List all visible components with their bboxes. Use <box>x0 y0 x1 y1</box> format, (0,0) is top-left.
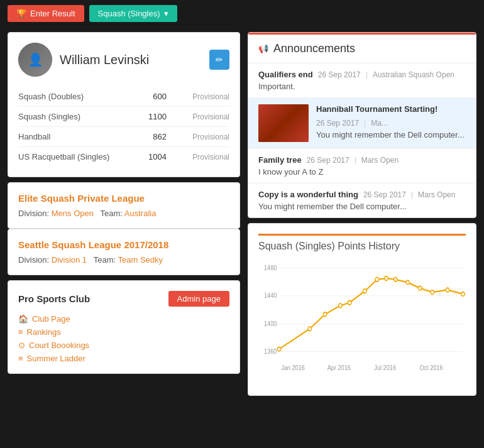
svg-text:1400: 1400 <box>264 320 277 327</box>
league-card: Elite Squash Private League Division: Me… <box>8 182 240 229</box>
ann-body: You might remember the Dell computer... <box>316 130 466 139</box>
svg-text:1360: 1360 <box>264 347 277 355</box>
trophy-icon: 🏆 <box>16 9 26 18</box>
club-links: 🏠Club Page≡Rankings⊙Court Boookings≡Summ… <box>18 314 229 363</box>
svg-text:Oct 2016: Oct 2016 <box>419 364 443 371</box>
ann-date: 26 Sep 2017 <box>307 156 349 165</box>
svg-text:1440: 1440 <box>264 292 277 299</box>
ann-source: Mars Open <box>418 190 455 199</box>
ann-date: 26 Sep 2017 <box>316 119 359 128</box>
announcement-item[interactable]: Family tree 26 Sep 2017 | Mars Open I kn… <box>248 149 476 183</box>
sport-score: 1100 <box>129 112 167 121</box>
team-value: Australia <box>124 209 157 218</box>
chart-title: Squash (Singles) Points History <box>258 241 466 252</box>
league-name[interactable]: Seattle Squash League 2017/2018 <box>18 239 229 250</box>
svg-text:Apr 2016: Apr 2016 <box>327 364 351 371</box>
squash-singles-button[interactable]: Squash (Singles) ▾ <box>89 5 177 22</box>
ann-top: Family tree 26 Sep 2017 | Mars Open <box>258 155 466 165</box>
sport-score: 862 <box>129 132 167 141</box>
division-value: Division 1 <box>52 255 87 265</box>
sport-name: Squash (Doubles) <box>18 92 129 101</box>
svg-point-14 <box>323 312 327 317</box>
profile-header: 👤 William Levinski ✏ <box>18 43 229 77</box>
svg-point-18 <box>375 277 379 281</box>
link-icon: ≡ <box>18 354 23 363</box>
svg-point-15 <box>339 303 343 308</box>
right-panel: 📢 Announcements Qualifiers end 26 Sep 20… <box>248 32 476 396</box>
ann-date: 26 Sep 2017 <box>318 70 361 79</box>
sports-list: Squash (Doubles) 600 Provisional Squash … <box>18 87 229 167</box>
left-panel: 👤 William Levinski ✏ Squash (Doubles) 60… <box>8 32 240 396</box>
announcement-item[interactable]: Qualifiers end 26 Sep 2017 | Australian … <box>248 63 476 98</box>
club-header: Pro Sports Club Admin page <box>18 291 229 307</box>
chart-area: 1480 1440 1400 1360 Jan 2016 Apr 2016 Ju… <box>258 260 466 385</box>
ann-source: Australian Squash Open <box>373 70 454 79</box>
link-icon: ⊙ <box>18 341 25 350</box>
announcements-title: Announcements <box>273 42 355 55</box>
svg-text:Jan 2016: Jan 2016 <box>281 364 305 371</box>
club-link-item[interactable]: ≡Summer Ladder <box>18 354 229 363</box>
link-icon: 🏠 <box>18 314 28 324</box>
league-name[interactable]: Elite Squash Private League <box>18 193 229 204</box>
sport-score: 600 <box>129 92 167 101</box>
ann-body: Important. <box>258 82 466 91</box>
svg-point-17 <box>363 289 367 293</box>
club-link-item[interactable]: ≡Rankings <box>18 327 229 337</box>
main-layout: 👤 William Levinski ✏ Squash (Doubles) 60… <box>0 27 484 401</box>
svg-point-16 <box>348 300 351 305</box>
svg-point-21 <box>406 280 410 285</box>
topbar: 🏆 Enter Result Squash (Singles) ▾ <box>0 0 484 27</box>
announcements-list: Qualifiers end 26 Sep 2017 | Australian … <box>248 63 476 217</box>
svg-point-24 <box>446 288 449 292</box>
ann-with-image: Hanniball Tournament Starting! 26 Sep 20… <box>258 104 466 142</box>
ann-source: Ma... <box>371 119 388 128</box>
sport-score: 1004 <box>129 152 167 161</box>
ann-top: Copy is a wonderful thing 26 Sep 2017 | … <box>258 190 466 199</box>
chart-card: Squash (Singles) Points History 1480 144… <box>248 223 476 396</box>
sport-name: Squash (Singles) <box>18 112 129 121</box>
club-link-item[interactable]: 🏠Club Page <box>18 314 229 324</box>
sport-row: Handball 862 Provisional <box>18 127 229 147</box>
svg-text:Jul 2016: Jul 2016 <box>374 364 396 371</box>
link-label: Court Boookings <box>29 341 89 350</box>
announcements-card: 📢 Announcements Qualifiers end 26 Sep 20… <box>248 32 476 218</box>
svg-point-19 <box>385 276 388 281</box>
sport-name: US Racquetball (Singles) <box>18 152 129 161</box>
sport-status: Provisional <box>167 92 229 101</box>
team-value: Team Sedky <box>118 255 163 265</box>
ann-top: Qualifiers end 26 Sep 2017 | Australian … <box>258 70 466 79</box>
admin-page-button[interactable]: Admin page <box>168 291 229 307</box>
ann-title: Hanniball Tournament Starting! <box>316 104 437 114</box>
enter-result-button[interactable]: 🏆 Enter Result <box>8 5 84 22</box>
sport-name: Handball <box>18 132 129 141</box>
ann-top: Hanniball Tournament Starting! 26 Sep 20… <box>316 104 466 128</box>
sport-row: US Racquetball (Singles) 1004 Provisiona… <box>18 147 229 167</box>
avatar: 👤 <box>18 43 52 77</box>
svg-point-23 <box>431 290 434 295</box>
ann-body: You might remember the Dell computer... <box>258 202 466 211</box>
megaphone-icon: 📢 <box>258 44 268 53</box>
sport-status: Provisional <box>167 153 229 161</box>
chart-svg: 1480 1440 1400 1360 Jan 2016 Apr 2016 Ju… <box>258 260 466 385</box>
ann-image <box>258 104 309 142</box>
svg-point-20 <box>393 277 397 281</box>
ann-title: Qualifiers end <box>258 70 313 79</box>
avatar-image: 👤 <box>18 43 52 77</box>
club-link-item[interactable]: ⊙Court Boookings <box>18 341 229 350</box>
ann-body: I know your A to Z <box>258 167 466 177</box>
sport-row: Squash (Doubles) 600 Provisional <box>18 87 229 107</box>
svg-point-25 <box>461 292 465 297</box>
announcements-header: 📢 Announcements <box>248 35 476 63</box>
division-value: Mens Open <box>52 209 94 218</box>
announcement-item[interactable]: Copy is a wonderful thing 26 Sep 2017 | … <box>248 183 476 217</box>
announcement-item[interactable]: Hanniball Tournament Starting! 26 Sep 20… <box>248 98 476 149</box>
ann-content: Hanniball Tournament Starting! 26 Sep 20… <box>316 104 466 142</box>
svg-point-13 <box>308 327 312 331</box>
svg-point-12 <box>277 347 281 351</box>
profile-name: William Levinski <box>60 53 202 67</box>
edit-profile-button[interactable]: ✏ <box>209 50 229 70</box>
svg-point-22 <box>418 286 422 290</box>
ann-image-inner <box>258 104 309 142</box>
svg-text:1480: 1480 <box>264 264 277 271</box>
league-card: Seattle Squash League 2017/2018 Division… <box>8 229 240 275</box>
